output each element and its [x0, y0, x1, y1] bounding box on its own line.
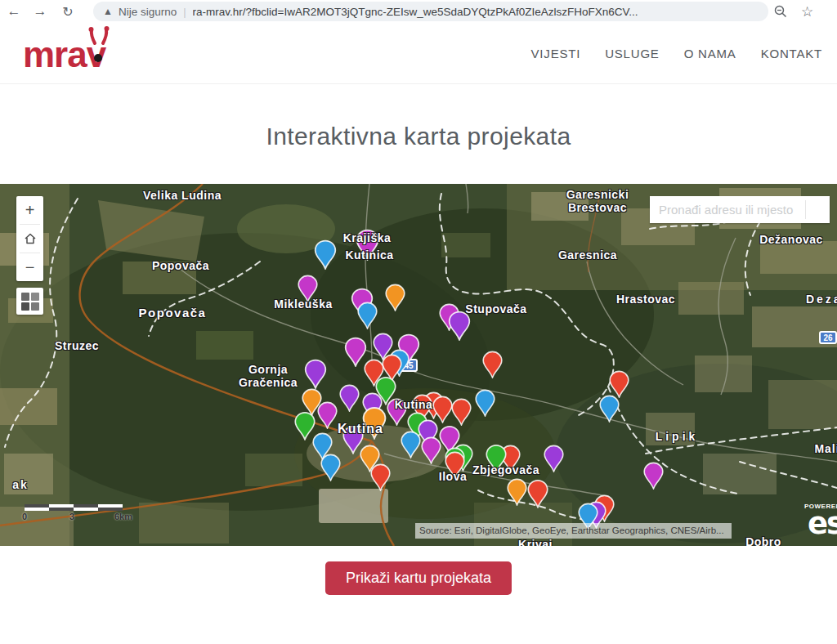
address-divider: |: [183, 6, 186, 18]
url-text: ra-mrav.hr/?fbclid=IwAR2MOT3jQTgnc-ZEIsw…: [193, 6, 638, 18]
map-pin[interactable]: [313, 239, 338, 273]
page: ← → ↻ ▲ Nije sigurno | ra-mrav.hr/?fbcli…: [0, 0, 837, 644]
zoom-page-icon[interactable]: [773, 1, 788, 22]
map-search: [650, 196, 830, 223]
map-pin[interactable]: [598, 395, 620, 426]
map-pin[interactable]: [447, 311, 472, 344]
map-pin[interactable]: [355, 229, 380, 264]
zoom-control: + −: [16, 196, 43, 281]
site-logo[interactable]: mrav: [23, 30, 105, 79]
address-bar[interactable]: ▲ Nije sigurno | ra-mrav.hr/?fbclid=IwAR…: [93, 2, 768, 21]
esri-logo: es: [808, 506, 837, 541]
main-nav: VIJESTI USLUGE O NAMA KONTAKT: [531, 24, 822, 83]
bookmark-star-icon[interactable]: ☆: [801, 1, 813, 22]
home-icon: [23, 231, 38, 246]
interactive-map[interactable]: 4526 Velika LudinaPopovačaPopovačaStruze…: [0, 184, 837, 546]
map-pin[interactable]: [369, 463, 392, 494]
map-pin[interactable]: [384, 284, 406, 315]
map-pin[interactable]: [420, 436, 442, 467]
map-pin[interactable]: [303, 359, 328, 392]
map-pin[interactable]: [361, 406, 387, 443]
map-pin[interactable]: [320, 454, 342, 485]
road-shield: 26: [819, 331, 837, 344]
search-button[interactable]: [806, 196, 830, 223]
map-pin[interactable]: [356, 302, 378, 333]
map-pin[interactable]: [543, 445, 565, 476]
map-pin[interactable]: [481, 351, 504, 382]
home-button[interactable]: [16, 225, 43, 253]
security-label: Nije sigurno: [119, 6, 177, 18]
map-pin[interactable]: [526, 479, 549, 512]
show-project-map-button[interactable]: Prikaži kartu projekata: [325, 561, 512, 595]
basemap-grid-icon: [21, 293, 39, 311]
warning-icon: ▲: [103, 6, 113, 17]
map-pin[interactable]: [474, 389, 496, 420]
reload-icon[interactable]: ↻: [57, 1, 78, 22]
map-pin[interactable]: [506, 478, 528, 509]
zoom-out-button[interactable]: −: [16, 253, 43, 281]
map-pin[interactable]: [642, 462, 665, 493]
map-pin[interactable]: [316, 401, 338, 432]
nav-item-o-nama[interactable]: O NAMA: [684, 47, 736, 60]
map-pin[interactable]: [297, 275, 319, 306]
page-title: Interaktivna karta projekata: [0, 123, 837, 150]
nav-item-vijesti[interactable]: VIJESTI: [531, 47, 581, 60]
forward-icon[interactable]: →: [29, 1, 51, 22]
nav-item-kontakt[interactable]: KONTAKT: [761, 47, 822, 60]
nav-item-usluge[interactable]: USLUGE: [605, 47, 660, 60]
back-icon[interactable]: ←: [3, 1, 25, 22]
map-attribution: Source: Esri, DigitalGlobe, GeoEye, Eart…: [415, 523, 732, 539]
zoom-in-button[interactable]: +: [16, 196, 43, 224]
map-pin[interactable]: [338, 384, 360, 415]
search-input[interactable]: [650, 196, 805, 223]
basemap-toggle-button[interactable]: [16, 288, 43, 315]
map-pin[interactable]: [444, 451, 466, 482]
logo-text: mrav: [23, 34, 105, 74]
map-pin[interactable]: [386, 398, 408, 429]
browser-toolbar: ← → ↻ ▲ Nije sigurno | ra-mrav.hr/?fbcli…: [0, 0, 837, 25]
map-pin[interactable]: [400, 431, 422, 462]
site-header: mrav VIJESTI USLUGE O NAMA KONTAKT: [0, 24, 837, 84]
map-pin[interactable]: [485, 444, 508, 476]
